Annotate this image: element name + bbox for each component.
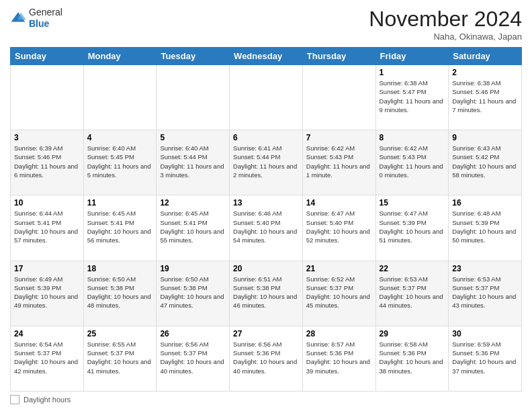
day-number: 5 [160,133,226,142]
day-number: 30 [452,329,518,338]
day-info: Sunrise: 6:45 AM Sunset: 5:41 PM Dayligh… [160,209,226,244]
day-info: Sunrise: 6:56 AM Sunset: 5:37 PM Dayligh… [160,340,226,375]
logo: General Blue [10,7,62,30]
calendar-cell: 26Sunrise: 6:56 AM Sunset: 5:37 PM Dayli… [157,326,230,391]
col-header-saturday: Saturday [449,48,522,65]
day-number: 17 [14,264,80,273]
day-info: Sunrise: 6:58 AM Sunset: 5:36 PM Dayligh… [380,340,445,375]
calendar-cell: 12Sunrise: 6:45 AM Sunset: 5:41 PM Dayli… [157,195,230,261]
day-number: 12 [160,198,226,208]
day-info: Sunrise: 6:38 AM Sunset: 5:47 PM Dayligh… [380,79,445,114]
calendar-cell: 14Sunrise: 6:47 AM Sunset: 5:40 PM Dayli… [302,195,375,261]
col-header-monday: Monday [83,48,157,65]
day-info: Sunrise: 6:39 AM Sunset: 5:46 PM Dayligh… [14,144,80,179]
calendar-cell: 20Sunrise: 6:51 AM Sunset: 5:38 PM Dayli… [230,261,303,326]
day-info: Sunrise: 6:50 AM Sunset: 5:38 PM Dayligh… [160,275,226,310]
calendar-cell: 15Sunrise: 6:47 AM Sunset: 5:39 PM Dayli… [375,195,449,261]
day-info: Sunrise: 6:44 AM Sunset: 5:41 PM Dayligh… [14,209,80,244]
day-info: Sunrise: 6:42 AM Sunset: 5:43 PM Dayligh… [306,144,372,179]
calendar-cell: 4Sunrise: 6:40 AM Sunset: 5:45 PM Daylig… [83,130,157,195]
logo-blue: Blue [29,18,62,30]
page: General Blue November 2024 Naha, Okinawa… [0,0,532,411]
day-info: Sunrise: 6:45 AM Sunset: 5:41 PM Dayligh… [87,209,153,244]
legend-label: Daylight hours [24,396,71,404]
day-number: 7 [306,133,372,142]
day-info: Sunrise: 6:59 AM Sunset: 5:36 PM Dayligh… [452,340,518,375]
calendar-cell: 16Sunrise: 6:48 AM Sunset: 5:39 PM Dayli… [449,195,522,261]
day-number: 18 [87,264,153,273]
col-header-friday: Friday [375,48,449,65]
day-info: Sunrise: 6:41 AM Sunset: 5:44 PM Dayligh… [233,144,299,179]
day-number: 4 [87,133,153,142]
day-info: Sunrise: 6:42 AM Sunset: 5:43 PM Dayligh… [380,144,445,179]
title-section: November 2024 Naha, Okinawa, Japan [369,7,522,42]
day-number: 6 [233,133,299,142]
calendar-cell: 10Sunrise: 6:44 AM Sunset: 5:41 PM Dayli… [11,195,84,261]
day-number: 3 [14,133,80,142]
calendar-cell: 13Sunrise: 6:46 AM Sunset: 5:40 PM Dayli… [230,195,303,261]
day-number: 21 [306,264,372,273]
calendar-cell: 18Sunrise: 6:50 AM Sunset: 5:38 PM Dayli… [83,261,157,326]
day-info: Sunrise: 6:54 AM Sunset: 5:37 PM Dayligh… [14,340,80,375]
day-number: 14 [306,198,372,208]
day-number: 27 [233,329,299,338]
day-info: Sunrise: 6:43 AM Sunset: 5:42 PM Dayligh… [452,144,518,179]
subtitle: Naha, Okinawa, Japan [369,32,522,42]
day-info: Sunrise: 6:55 AM Sunset: 5:37 PM Dayligh… [87,340,153,375]
calendar-cell: 9Sunrise: 6:43 AM Sunset: 5:42 PM Daylig… [449,130,522,195]
calendar-cell: 25Sunrise: 6:55 AM Sunset: 5:37 PM Dayli… [83,326,157,391]
day-number: 15 [380,198,445,208]
week-row-0: 1Sunrise: 6:38 AM Sunset: 5:47 PM Daylig… [11,65,522,130]
col-header-sunday: Sunday [11,48,84,65]
day-number: 8 [380,133,445,142]
calendar-cell: 11Sunrise: 6:45 AM Sunset: 5:41 PM Dayli… [83,195,157,261]
day-info: Sunrise: 6:53 AM Sunset: 5:37 PM Dayligh… [452,275,518,310]
calendar-cell: 3Sunrise: 6:39 AM Sunset: 5:46 PM Daylig… [11,130,84,195]
col-header-wednesday: Wednesday [230,48,303,65]
legend: Daylight hours [10,395,522,404]
calendar-cell: 22Sunrise: 6:53 AM Sunset: 5:37 PM Dayli… [375,261,449,326]
logo-general: General [29,7,62,18]
month-title: November 2024 [369,7,522,32]
week-row-4: 24Sunrise: 6:54 AM Sunset: 5:37 PM Dayli… [11,326,522,391]
logo-icon [10,10,26,26]
day-info: Sunrise: 6:46 AM Sunset: 5:40 PM Dayligh… [233,209,299,244]
day-info: Sunrise: 6:48 AM Sunset: 5:39 PM Dayligh… [452,209,518,244]
calendar-cell [157,65,230,130]
week-row-1: 3Sunrise: 6:39 AM Sunset: 5:46 PM Daylig… [11,130,522,195]
calendar-header-row: SundayMondayTuesdayWednesdayThursdayFrid… [11,48,522,65]
day-number: 1 [380,68,445,77]
calendar-cell: 29Sunrise: 6:58 AM Sunset: 5:36 PM Dayli… [375,326,449,391]
calendar-cell: 30Sunrise: 6:59 AM Sunset: 5:36 PM Dayli… [449,326,522,391]
calendar-cell: 27Sunrise: 6:56 AM Sunset: 5:36 PM Dayli… [230,326,303,391]
day-number: 28 [306,329,372,338]
day-info: Sunrise: 6:53 AM Sunset: 5:37 PM Dayligh… [380,275,445,310]
day-number: 11 [87,198,153,208]
day-number: 10 [14,198,80,208]
calendar-cell: 24Sunrise: 6:54 AM Sunset: 5:37 PM Dayli… [11,326,84,391]
calendar-cell: 17Sunrise: 6:49 AM Sunset: 5:39 PM Dayli… [11,261,84,326]
calendar-cell: 23Sunrise: 6:53 AM Sunset: 5:37 PM Dayli… [449,261,522,326]
day-info: Sunrise: 6:52 AM Sunset: 5:37 PM Dayligh… [306,275,372,310]
day-number: 13 [233,198,299,208]
calendar-cell: 5Sunrise: 6:40 AM Sunset: 5:44 PM Daylig… [157,130,230,195]
day-info: Sunrise: 6:38 AM Sunset: 5:46 PM Dayligh… [452,79,518,114]
header: General Blue November 2024 Naha, Okinawa… [10,7,522,42]
day-number: 23 [452,264,518,273]
day-number: 9 [452,133,518,142]
day-info: Sunrise: 6:40 AM Sunset: 5:44 PM Dayligh… [160,144,226,179]
day-number: 20 [233,264,299,273]
day-info: Sunrise: 6:47 AM Sunset: 5:39 PM Dayligh… [380,209,445,244]
calendar-cell: 19Sunrise: 6:50 AM Sunset: 5:38 PM Dayli… [157,261,230,326]
day-number: 25 [87,329,153,338]
day-number: 22 [380,264,445,273]
day-number: 26 [160,329,226,338]
legend-box [10,395,19,404]
calendar-cell: 8Sunrise: 6:42 AM Sunset: 5:43 PM Daylig… [375,130,449,195]
calendar-cell: 2Sunrise: 6:38 AM Sunset: 5:46 PM Daylig… [449,65,522,130]
col-header-tuesday: Tuesday [157,48,230,65]
day-number: 2 [452,68,518,77]
week-row-2: 10Sunrise: 6:44 AM Sunset: 5:41 PM Dayli… [11,195,522,261]
calendar-cell: 7Sunrise: 6:42 AM Sunset: 5:43 PM Daylig… [302,130,375,195]
calendar-table: SundayMondayTuesdayWednesdayThursdayFrid… [10,47,522,392]
